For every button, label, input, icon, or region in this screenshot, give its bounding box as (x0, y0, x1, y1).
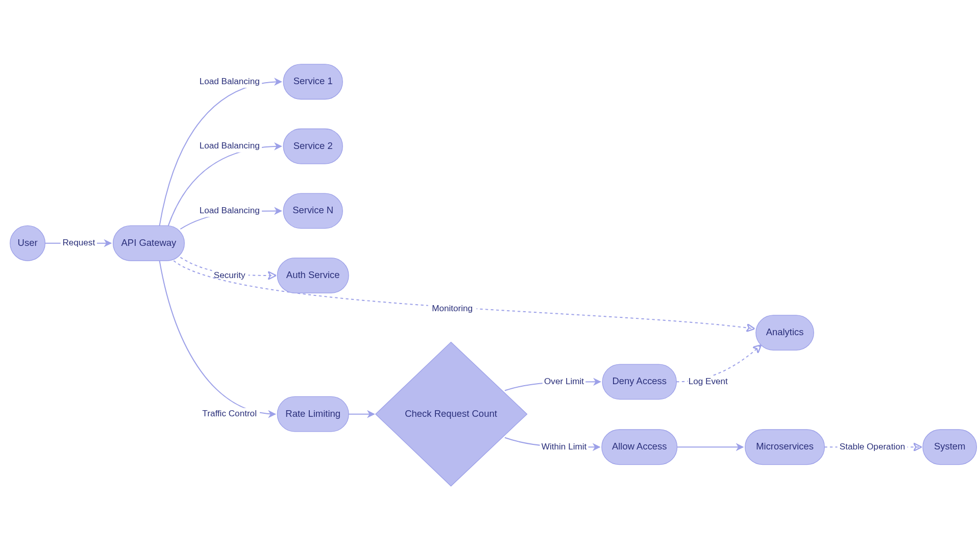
node-service2: Service 2 (283, 129, 342, 164)
edge-label-traffic: Traffic Control (202, 408, 257, 418)
edge-label-request: Request (62, 237, 95, 247)
edge-gateway-ratelimit (160, 261, 276, 414)
edge-label-lb2: Load Balancing (200, 140, 260, 151)
edge-label-stable: Stable Operation (840, 441, 905, 452)
node-serviceN: Service N (283, 193, 342, 229)
node-ratelimit: Rate Limiting (277, 396, 349, 432)
svg-text:Check Request Count: Check Request Count (405, 408, 497, 419)
edge-gateway-analytics (174, 261, 754, 329)
edge-label-monitoring: Monitoring (432, 303, 473, 313)
svg-text:Auth Service: Auth Service (286, 269, 340, 280)
node-gateway: API Gateway (113, 226, 185, 261)
node-service1: Service 1 (283, 64, 342, 99)
edge-label-withinlimit: Within Limit (542, 441, 587, 452)
svg-text:Analytics: Analytics (766, 327, 804, 337)
svg-text:Service 1: Service 1 (293, 76, 333, 86)
svg-text:Microservices: Microservices (756, 441, 814, 452)
svg-text:Allow Access: Allow Access (612, 441, 667, 452)
svg-text:Service N: Service N (292, 205, 333, 215)
edge-label-lbN: Load Balancing (200, 205, 260, 215)
svg-text:User: User (18, 237, 38, 248)
node-system: System (923, 430, 976, 465)
svg-text:Rate Limiting: Rate Limiting (285, 408, 340, 419)
node-allow: Allow Access (602, 430, 677, 465)
edge-label-overlimit: Over Limit (544, 376, 584, 386)
edge-label-lb1: Load Balancing (200, 76, 260, 86)
svg-text:API Gateway: API Gateway (121, 237, 177, 248)
node-deny: Deny Access (602, 364, 676, 399)
flowchart-diagram: Request Load Balancing Load Balancing Lo… (0, 0, 980, 551)
node-check: Check Request Count (376, 342, 527, 486)
svg-text:Service 2: Service 2 (293, 140, 333, 151)
svg-text:Deny Access: Deny Access (612, 375, 667, 386)
node-analytics: Analytics (756, 315, 814, 350)
node-auth: Auth Service (277, 258, 349, 293)
svg-text:System: System (934, 441, 966, 452)
edge-label-security: Security (214, 270, 246, 280)
node-micro: Microservices (745, 430, 825, 465)
edge-label-logevent: Log Event (689, 376, 728, 386)
node-user: User (10, 226, 45, 261)
